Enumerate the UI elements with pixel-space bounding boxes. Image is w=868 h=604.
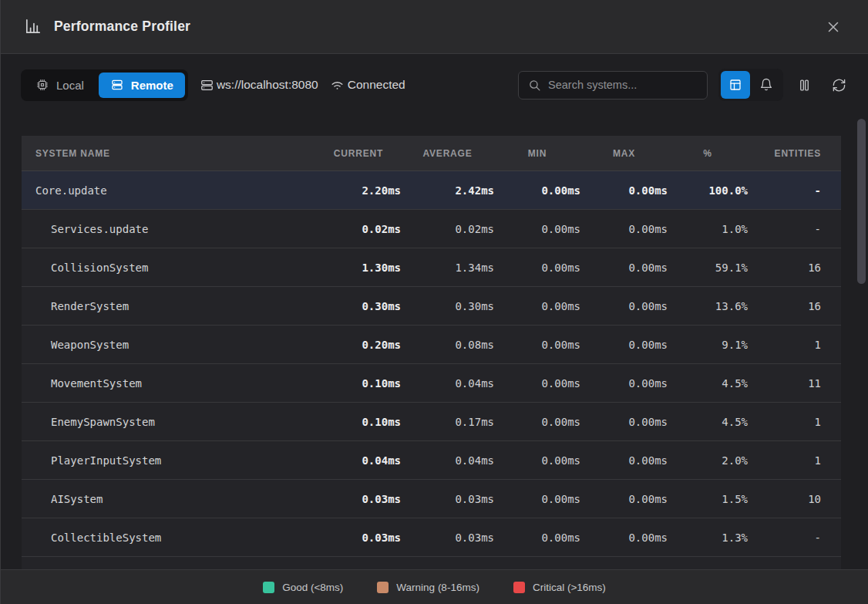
max-cell: 0.00ms — [580, 416, 668, 428]
local-mode-button[interactable]: Local — [24, 73, 96, 98]
max-cell: 0.00ms — [580, 377, 668, 390]
percent-cell: 4.5% — [668, 416, 748, 428]
min-cell: 0.00ms — [494, 262, 580, 274]
wifi-icon — [330, 78, 345, 93]
average-cell: 0.03ms — [401, 493, 494, 505]
table-row[interactable]: Core.update 2.20ms 2.42ms 0.00ms 0.00ms … — [22, 171, 841, 210]
col-min: MIN — [494, 148, 580, 159]
scrollbar-thumb[interactable] — [857, 119, 866, 284]
mode-segmented-control: Local Remote — [21, 69, 188, 101]
table-row[interactable]: PlayerInputSystem 0.04ms 0.04ms 0.00ms 0… — [22, 441, 841, 480]
system-name-cell: EnemySpawnSystem — [22, 416, 316, 428]
percent-cell: 1.5% — [668, 493, 748, 505]
entities-cell: - — [748, 223, 821, 235]
view-alerts-group — [718, 69, 783, 101]
table-layout-icon — [728, 78, 742, 92]
col-max: MAX — [580, 148, 668, 159]
legend-item: Good (<8ms) — [263, 582, 343, 593]
average-cell: 0.02ms — [401, 223, 494, 235]
current-cell: 0.20ms — [316, 339, 401, 351]
average-cell: 0.08ms — [401, 339, 494, 351]
entities-cell: - — [748, 184, 821, 197]
ws-url: ws://localhost:8080 — [200, 78, 318, 93]
close-icon[interactable] — [822, 15, 845, 39]
table-row[interactable]: EnemySpawnSystem 0.10ms 0.17ms 0.00ms 0.… — [22, 403, 841, 441]
system-name-cell: Services.update — [22, 223, 316, 235]
entities-cell: 1 — [748, 454, 821, 467]
current-cell: 0.02ms — [316, 223, 401, 235]
col-percent: % — [668, 148, 748, 159]
local-mode-label: Local — [56, 79, 84, 92]
profiler-window: Performance Profiler Local — [0, 0, 868, 604]
entities-cell: 16 — [748, 262, 821, 274]
pause-icon — [797, 78, 812, 93]
page-title: Performance Profiler — [54, 19, 190, 35]
cpu-icon — [35, 78, 49, 92]
percent-cell: 1.0% — [668, 223, 748, 235]
min-cell: 0.00ms — [494, 531, 580, 544]
scrollbar-track[interactable] — [857, 117, 866, 568]
entities-cell: 10 — [748, 493, 821, 505]
max-cell: 0.00ms — [580, 531, 668, 544]
min-cell: 0.00ms — [494, 184, 580, 197]
max-cell: 0.00ms — [580, 223, 668, 235]
min-cell: 0.00ms — [494, 223, 580, 235]
server-stack-icon — [110, 78, 124, 92]
table-row[interactable]: Services.update 0.02ms 0.02ms 0.00ms 0.0… — [22, 210, 841, 248]
current-cell: 0.04ms — [316, 454, 401, 467]
percent-cell: 9.1% — [668, 339, 748, 351]
search-input[interactable] — [548, 79, 698, 91]
table-body: Core.update 2.20ms 2.42ms 0.00ms 0.00ms … — [22, 171, 841, 557]
average-cell: 0.17ms — [401, 416, 494, 428]
pause-button[interactable] — [796, 76, 813, 94]
min-cell: 0.00ms — [494, 493, 580, 505]
server-stack-icon — [200, 78, 214, 93]
remote-mode-button[interactable]: Remote — [99, 73, 185, 98]
min-cell: 0.00ms — [494, 377, 580, 390]
entities-cell: 11 — [748, 377, 821, 390]
legend-item: Critical (>16ms) — [513, 582, 606, 593]
entities-cell: 16 — [748, 300, 821, 312]
average-cell: 1.34ms — [401, 262, 494, 274]
table-row[interactable]: CollectibleSystem 0.03ms 0.03ms 0.00ms 0… — [22, 518, 841, 557]
legend-swatch — [263, 582, 274, 593]
min-cell: 0.00ms — [494, 416, 580, 428]
current-cell: 0.03ms — [316, 493, 401, 505]
table-row[interactable]: RenderSystem 0.30ms 0.30ms 0.00ms 0.00ms… — [22, 287, 841, 326]
system-name-cell: RenderSystem — [22, 300, 316, 312]
table-view-button[interactable] — [721, 71, 750, 99]
average-cell: 0.30ms — [401, 300, 494, 312]
average-cell: 0.03ms — [401, 531, 494, 544]
percent-cell: 2.0% — [668, 454, 748, 467]
max-cell: 0.00ms — [580, 300, 668, 312]
table-row[interactable]: CollisionSystem 1.30ms 1.34ms 0.00ms 0.0… — [22, 248, 841, 287]
toolbar-right — [518, 69, 848, 101]
current-cell: 0.10ms — [316, 377, 401, 390]
percent-cell: 1.3% — [668, 531, 748, 544]
percent-cell: 100.0% — [668, 184, 748, 197]
table-row[interactable]: MovementSystem 0.10ms 0.04ms 0.00ms 0.00… — [22, 364, 841, 403]
refresh-button[interactable] — [830, 76, 848, 94]
systems-table: SYSTEM NAME CURRENT AVERAGE MIN MAX % EN… — [22, 136, 841, 569]
table-row[interactable]: WeaponSystem 0.20ms 0.08ms 0.00ms 0.00ms… — [22, 326, 841, 364]
max-cell: 0.00ms — [580, 262, 668, 274]
system-name-cell: CollectibleSystem — [22, 531, 316, 544]
system-name-cell: MovementSystem — [22, 377, 316, 390]
refresh-icon — [832, 78, 846, 93]
average-cell: 2.42ms — [401, 184, 494, 197]
legend-swatch — [513, 582, 525, 593]
max-cell: 0.00ms — [580, 493, 668, 505]
legend-label: Critical (>16ms) — [533, 582, 606, 593]
col-entities: ENTITIES — [748, 148, 821, 159]
entities-cell: 1 — [748, 416, 821, 428]
alerts-button[interactable] — [752, 71, 781, 99]
legend-label: Good (<8ms) — [282, 582, 343, 593]
search-box — [518, 71, 708, 100]
current-cell: 1.30ms — [316, 262, 401, 274]
current-cell: 2.20ms — [316, 184, 401, 197]
table-row[interactable]: AISystem 0.03ms 0.03ms 0.00ms 0.00ms 1.5… — [22, 480, 841, 518]
system-name-cell: PlayerInputSystem — [22, 454, 316, 467]
ws-url-text: ws://localhost:8080 — [217, 78, 318, 92]
table-area: SYSTEM NAME CURRENT AVERAGE MIN MAX % EN… — [1, 116, 868, 569]
bar-chart-icon — [24, 18, 42, 35]
